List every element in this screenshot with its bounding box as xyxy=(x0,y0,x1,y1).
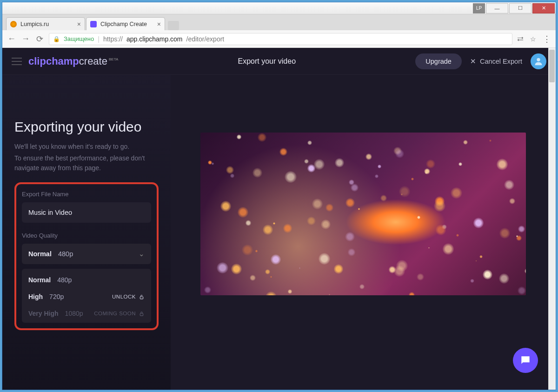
brand-text-1: clipchamp xyxy=(28,55,79,67)
upgrade-button[interactable]: Upgrade xyxy=(415,53,462,69)
browser-address-bar: ← → ⟳ 🔒 Защищено | https://app.clipchamp… xyxy=(2,30,556,48)
hamburger-icon[interactable] xyxy=(12,58,22,65)
url-path: /editor/export xyxy=(186,35,225,43)
sidebar-heading: Exporting your video xyxy=(14,119,159,135)
window-titlebar: LP — ☐ ✕ xyxy=(2,2,556,14)
unlock-tag: UNLOCK xyxy=(112,294,145,300)
selected-quality-name: Normal xyxy=(28,250,52,258)
opt-name: High xyxy=(28,293,43,300)
app-body: Exporting your video We'll let you know … xyxy=(2,75,556,390)
opt-res: 480p xyxy=(57,276,72,284)
selected-quality-res: 480p xyxy=(58,250,73,258)
forward-button[interactable]: → xyxy=(21,34,30,44)
omnibox[interactable]: 🔒 Защищено | https://app.clipchamp.com/e… xyxy=(49,33,512,45)
chevron-down-icon: ⌄ xyxy=(139,250,145,258)
cancel-export-button[interactable]: ✕ Cancel Export xyxy=(470,58,522,65)
beta-badge: BETA xyxy=(109,57,118,61)
bookmark-star-icon[interactable]: ☆ xyxy=(530,35,536,43)
video-preview xyxy=(200,133,526,295)
opt-name: Very High xyxy=(28,310,59,317)
browser-tabbar: Lumpics.ru × Clipchamp Create × xyxy=(2,14,556,30)
opt-name: Normal xyxy=(28,276,51,284)
tab-lumpics[interactable]: Lumpics.ru × xyxy=(6,17,85,30)
brand-logo: clipchampcreateBETA xyxy=(28,55,118,67)
maximize-button[interactable]: ☐ xyxy=(509,3,531,13)
browser-menu-icon[interactable]: ⋮ xyxy=(543,34,551,44)
vertical-scrollbar[interactable] xyxy=(548,48,556,390)
user-avatar[interactable] xyxy=(531,53,546,69)
scrollbar-thumb[interactable] xyxy=(549,50,555,82)
brand-text-2: create xyxy=(79,55,107,67)
lp-badge: LP xyxy=(473,3,485,13)
back-button[interactable]: ← xyxy=(7,34,16,44)
quality-label: Video Quality xyxy=(22,232,151,239)
quality-select[interactable]: Normal 480p ⌄ xyxy=(22,244,151,264)
opt-res: 1080p xyxy=(65,310,83,317)
reload-button[interactable]: ⟳ xyxy=(35,34,44,44)
tag-label: COMING SOON xyxy=(94,311,136,316)
svg-rect-2 xyxy=(140,313,143,315)
tab-close-icon[interactable]: × xyxy=(157,20,161,28)
quality-option-veryhigh: Very High 1080p COMING SOON xyxy=(28,305,145,322)
export-settings-highlight: Export File Name Video Quality Normal 48… xyxy=(14,182,159,330)
preview-area xyxy=(171,75,556,390)
close-icon: ✕ xyxy=(470,58,476,65)
minimize-button[interactable]: — xyxy=(486,3,508,13)
tab-close-icon[interactable]: × xyxy=(77,20,81,28)
app-header: clipchampcreateBETA Export your video Up… xyxy=(2,48,556,75)
secure-label: Защищено xyxy=(64,35,94,42)
svg-rect-1 xyxy=(140,296,143,299)
favicon-clipchamp xyxy=(90,21,97,27)
chat-fab[interactable] xyxy=(513,348,538,373)
tab-title: Clipchamp Create xyxy=(100,21,147,27)
page-title: Export your video xyxy=(118,57,415,66)
tag-label: UNLOCK xyxy=(112,294,136,299)
quality-option-high[interactable]: High 720p UNLOCK xyxy=(28,288,145,305)
coming-soon-tag: COMING SOON xyxy=(94,311,145,317)
cancel-export-label: Cancel Export xyxy=(480,58,522,65)
filename-input[interactable] xyxy=(22,202,151,223)
new-tab-button[interactable] xyxy=(168,21,179,30)
lock-icon xyxy=(139,294,145,300)
svg-point-0 xyxy=(537,58,540,61)
favicon-lumpics xyxy=(10,21,17,27)
window-close-button[interactable]: ✕ xyxy=(532,3,555,13)
translate-icon[interactable]: ⮂ xyxy=(517,35,524,43)
lock-icon: 🔒 xyxy=(53,36,60,42)
sidebar-subtext-1: We'll let you know when it's ready to go… xyxy=(14,142,159,152)
sidebar-subtext-2: To ensure the best performance, please d… xyxy=(14,153,159,173)
opt-res: 720p xyxy=(49,293,64,300)
lock-icon xyxy=(139,311,145,317)
browser-window: LP — ☐ ✕ Lumpics.ru × Clipchamp Create ×… xyxy=(2,2,556,390)
export-sidebar: Exporting your video We'll let you know … xyxy=(2,75,171,390)
chat-icon xyxy=(519,354,531,366)
quality-option-normal[interactable]: Normal 480p xyxy=(28,272,145,288)
tab-clipchamp[interactable]: Clipchamp Create × xyxy=(86,17,165,30)
quality-options-list: Normal 480p High 720p UNLOCK xyxy=(22,269,151,323)
tab-title: Lumpics.ru xyxy=(20,21,49,27)
url-host: app.clipchamp.com xyxy=(126,35,183,43)
app-content: clipchampcreateBETA Export your video Up… xyxy=(2,48,556,390)
filename-label: Export File Name xyxy=(22,191,151,198)
url-scheme: https:// xyxy=(103,35,123,43)
